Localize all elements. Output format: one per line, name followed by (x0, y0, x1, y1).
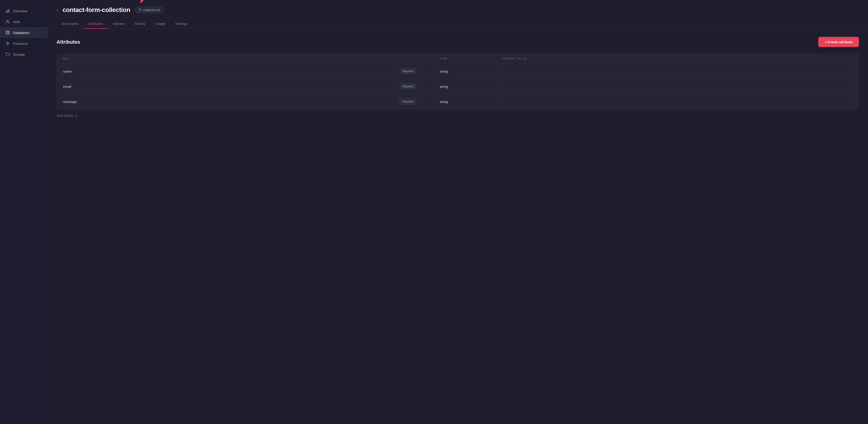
row-default: - (503, 69, 839, 73)
row-type: string (440, 69, 503, 73)
tab-attributes[interactable]: Attributes (84, 19, 108, 29)
svg-point-3 (6, 20, 8, 22)
page-header: ‹ contact-form-collection Collection ID (48, 0, 868, 29)
row-default: - (503, 85, 839, 88)
column-header-key: KEY (63, 57, 399, 60)
column-header-type: TYPE (440, 57, 503, 60)
folder-icon (5, 52, 10, 57)
row-more-button[interactable]: ··· (839, 99, 852, 104)
content-area: Attributes + Create attribute KEY TYPE D… (48, 29, 868, 424)
svg-point-4 (6, 31, 9, 32)
row-more-button[interactable]: ··· (839, 84, 852, 89)
collection-id-badge[interactable]: Collection ID (135, 6, 164, 13)
table-row: email Required string - ··· (57, 79, 859, 94)
row-badge: Required (399, 98, 440, 105)
table-row: name Required string - ··· (57, 64, 859, 79)
sidebar-item-databases[interactable]: Databases (0, 27, 47, 38)
sidebar-item-label: Overview (13, 9, 27, 13)
required-badge: Required (399, 68, 417, 74)
back-button[interactable]: ‹ (57, 7, 58, 13)
sidebar-item-storage[interactable]: Storage (0, 49, 47, 60)
sidebar-item-label: Databases (13, 31, 29, 35)
column-header-actions (839, 57, 852, 60)
svg-rect-6 (140, 9, 141, 11)
bolt-icon (5, 41, 10, 46)
svg-rect-1 (7, 10, 8, 12)
column-header-empty (399, 57, 440, 60)
row-key: name (63, 69, 399, 73)
page-title: contact-form-collection (63, 6, 130, 13)
tab-settings[interactable]: Settings (170, 19, 192, 29)
arrow-annotation (133, 0, 156, 7)
total-results: Total results: 3 (57, 114, 859, 117)
tab-documents[interactable]: Documents (57, 19, 84, 29)
row-badge: Required (399, 68, 440, 74)
sidebar-item-functions[interactable]: Functions (0, 38, 47, 49)
sidebar-item-overview[interactable]: Overview (0, 5, 47, 16)
table-header: KEY TYPE DEFAULT VALUE (57, 54, 859, 64)
svg-rect-0 (9, 9, 9, 12)
attributes-table: KEY TYPE DEFAULT VALUE name Required str… (57, 53, 859, 109)
svg-marker-5 (6, 42, 9, 45)
tabs: Documents Attributes Indexes Activity Us… (57, 19, 859, 29)
database-icon (5, 30, 10, 35)
copy-icon (138, 8, 142, 12)
tab-indexes[interactable]: Indexes (108, 19, 130, 29)
sidebar: Overview Auth Databases (0, 0, 48, 424)
row-type: string (440, 85, 503, 88)
main-content: ‹ contact-form-collection Collection ID (48, 0, 868, 424)
row-default: - (503, 100, 839, 104)
tab-activity[interactable]: Activity (130, 19, 151, 29)
table-row: message Required string - ··· (57, 94, 859, 109)
sidebar-item-label: Functions (13, 41, 28, 46)
sidebar-item-label: Storage (13, 53, 25, 56)
required-badge: Required (399, 84, 417, 89)
tab-usage[interactable]: Usage (150, 19, 170, 29)
svg-rect-2 (6, 11, 7, 12)
row-type: string (440, 100, 503, 104)
row-key: email (63, 85, 399, 88)
row-key: message (63, 100, 399, 104)
column-header-default-value: DEFAULT VALUE (503, 57, 839, 60)
sidebar-item-auth[interactable]: Auth (0, 16, 47, 27)
content-header: Attributes + Create attribute (57, 37, 859, 47)
row-badge: Required (399, 84, 440, 89)
collection-id-label: Collection ID (143, 8, 160, 12)
create-attribute-button[interactable]: + Create attribute (818, 37, 859, 47)
attributes-title: Attributes (57, 39, 80, 45)
bar-chart-icon (5, 8, 10, 13)
required-badge: Required (399, 98, 417, 105)
users-icon (5, 20, 10, 24)
row-more-button[interactable]: ··· (839, 69, 852, 74)
sidebar-item-label: Auth (13, 20, 20, 24)
